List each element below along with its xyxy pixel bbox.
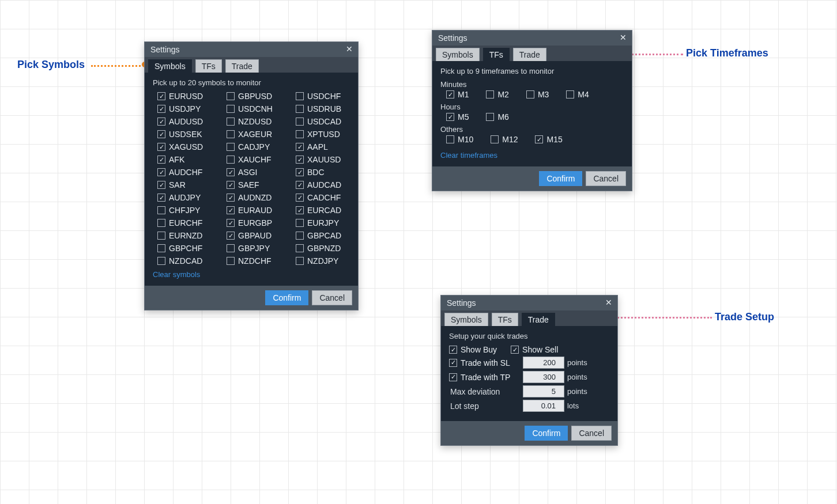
symbol-checkbox-label: ASGI	[238, 168, 257, 177]
symbol-checkbox[interactable]: BDC	[296, 168, 359, 177]
tf-checkbox[interactable]: M3	[526, 90, 549, 99]
tab-trade[interactable]: Trade	[225, 59, 259, 73]
symbol-checkbox[interactable]: XAGEUR	[227, 130, 290, 139]
lot-step-value[interactable]: 0.01	[523, 400, 564, 412]
symbol-checkbox[interactable]: AUDJPY	[157, 193, 221, 202]
clear-timeframes-link[interactable]: Clear timeframes	[440, 151, 497, 160]
trade-sl-value[interactable]: 200	[523, 357, 564, 369]
symbol-checkbox[interactable]: NZDCHF	[227, 256, 290, 266]
tab-tfs[interactable]: TFs	[492, 313, 518, 326]
symbol-checkbox[interactable]: XAGUSD	[157, 142, 221, 151]
max-dev-stepper[interactable]: 5 ▲▼	[523, 385, 560, 397]
trade-tp-label: Trade with TP	[461, 373, 510, 382]
symbol-checkbox[interactable]: USDCNH	[227, 104, 290, 113]
symbol-checkbox[interactable]: USDSEK	[157, 130, 221, 139]
symbol-checkbox[interactable]: GBPCHF	[157, 244, 221, 253]
symbol-checkbox[interactable]: EURUSD	[157, 92, 221, 101]
symbol-checkbox[interactable]: USDCHF	[296, 92, 359, 101]
connector-symbols	[91, 65, 144, 67]
tab-tfs[interactable]: TFs	[195, 59, 222, 73]
tf-checkbox[interactable]: M1	[446, 90, 469, 99]
symbol-checkbox[interactable]: NZDJPY	[296, 256, 359, 266]
symbol-checkbox[interactable]: AUDCHF	[157, 168, 221, 177]
symbol-checkbox[interactable]: USDRUB	[296, 104, 359, 113]
symbol-checkbox[interactable]: EURJPY	[296, 218, 359, 228]
checkbox-icon	[227, 118, 235, 126]
symbol-checkbox-label: EURCHF	[169, 218, 202, 228]
symbol-checkbox[interactable]: XPTUSD	[296, 130, 359, 139]
symbol-checkbox[interactable]: AAPL	[296, 142, 359, 151]
symbol-checkbox[interactable]: EURCAD	[296, 206, 359, 215]
show-sell-checkbox[interactable]: Show Sell	[511, 345, 558, 354]
symbol-checkbox[interactable]: GBPJPY	[227, 244, 290, 253]
symbol-checkbox[interactable]: USDCAD	[296, 117, 359, 126]
symbol-checkbox[interactable]: AFK	[157, 155, 221, 164]
tab-symbols[interactable]: Symbols	[148, 59, 192, 73]
symbol-checkbox-label: USDCNH	[238, 104, 273, 113]
close-icon[interactable]: ✕	[604, 298, 614, 308]
symbol-checkbox[interactable]: GBPCAD	[296, 231, 359, 240]
tab-symbols[interactable]: Symbols	[444, 313, 488, 326]
symbol-checkbox-label: AUDCHF	[169, 168, 202, 177]
symbol-checkbox[interactable]: AUDNZD	[227, 193, 290, 202]
symbol-checkbox[interactable]: XAUUSD	[296, 155, 359, 164]
symbol-checkbox[interactable]: GBPUSD	[227, 92, 290, 101]
trade-sl-label: Trade with SL	[461, 358, 510, 367]
checkbox-icon	[227, 168, 235, 176]
symbol-checkbox[interactable]: XAUCHF	[227, 155, 290, 164]
cancel-button[interactable]: Cancel	[312, 290, 352, 305]
cancel-button[interactable]: Cancel	[586, 171, 626, 186]
symbol-checkbox[interactable]: CADCHF	[296, 193, 359, 202]
tf-checkbox[interactable]: M15	[535, 135, 562, 144]
tf-checkbox[interactable]: M12	[491, 135, 518, 144]
trade-sl-checkbox[interactable]: Trade with SL	[449, 358, 518, 367]
tf-checkbox[interactable]: M5	[446, 112, 469, 122]
cancel-button[interactable]: Cancel	[571, 426, 612, 441]
close-icon[interactable]: ✕	[344, 44, 355, 55]
symbol-checkbox[interactable]: GBPNZD	[296, 244, 359, 253]
symbol-checkbox[interactable]: EURGBP	[227, 218, 290, 228]
symbol-checkbox[interactable]: EURAUD	[227, 206, 290, 215]
checkbox-icon	[157, 194, 165, 202]
symbol-checkbox[interactable]: GBPAUD	[227, 231, 290, 240]
symbol-checkbox[interactable]: NZDUSD	[227, 117, 290, 126]
close-icon[interactable]: ✕	[618, 33, 628, 43]
trade-tp-stepper[interactable]: 300 ▲▼	[523, 371, 560, 383]
tf-checkbox[interactable]: M6	[486, 112, 508, 122]
symbol-checkbox[interactable]: EURNZD	[157, 231, 221, 240]
tf-checkbox[interactable]: M2	[486, 90, 508, 99]
symbol-checkbox[interactable]: ASGI	[227, 168, 290, 177]
symbol-checkbox[interactable]: USDJPY	[157, 104, 221, 113]
dialog-body: Pick up to 20 symbols to monitor EURUSDG…	[145, 73, 358, 286]
max-dev-value[interactable]: 5	[523, 385, 564, 397]
tf-section-minutes: Minutes	[440, 80, 624, 89]
symbol-checkbox[interactable]: SAR	[157, 180, 221, 190]
symbol-checkbox[interactable]: CADJPY	[227, 142, 290, 151]
tab-trade[interactable]: Trade	[513, 48, 546, 61]
symbol-checkbox-label: EURAUD	[238, 206, 272, 215]
show-buy-checkbox[interactable]: Show Buy	[449, 345, 497, 354]
symbol-checkbox[interactable]: CHFJPY	[157, 206, 221, 215]
tab-trade[interactable]: Trade	[522, 313, 555, 326]
symbol-checkbox[interactable]: AUDCAD	[296, 180, 359, 190]
trade-tp-value[interactable]: 300	[523, 371, 564, 383]
symbol-checkbox[interactable]: EURCHF	[157, 218, 221, 228]
confirm-button[interactable]: Confirm	[265, 290, 308, 305]
clear-symbols-link[interactable]: Clear symbols	[153, 270, 200, 279]
lot-step-stepper[interactable]: 0.01 ▲▼	[523, 400, 560, 412]
symbol-checkbox[interactable]: SAEF	[227, 180, 290, 190]
tf-checkbox[interactable]: M4	[566, 90, 589, 99]
checkbox-icon	[157, 92, 165, 100]
trade-sl-stepper[interactable]: 200 ▲▼	[523, 357, 560, 369]
tab-symbols[interactable]: Symbols	[436, 48, 480, 61]
dialog-title: Settings	[150, 45, 180, 54]
confirm-button[interactable]: Confirm	[525, 426, 568, 441]
symbol-checkbox[interactable]: AUDUSD	[157, 117, 221, 126]
tab-tfs[interactable]: TFs	[483, 48, 510, 61]
tf-checkbox[interactable]: M10	[446, 135, 473, 144]
tf-hours-row: M5M6	[446, 112, 624, 122]
checkbox-icon	[296, 92, 304, 100]
trade-tp-checkbox[interactable]: Trade with TP	[449, 373, 518, 382]
symbol-checkbox[interactable]: NZDCAD	[157, 256, 221, 266]
confirm-button[interactable]: Confirm	[539, 171, 582, 186]
